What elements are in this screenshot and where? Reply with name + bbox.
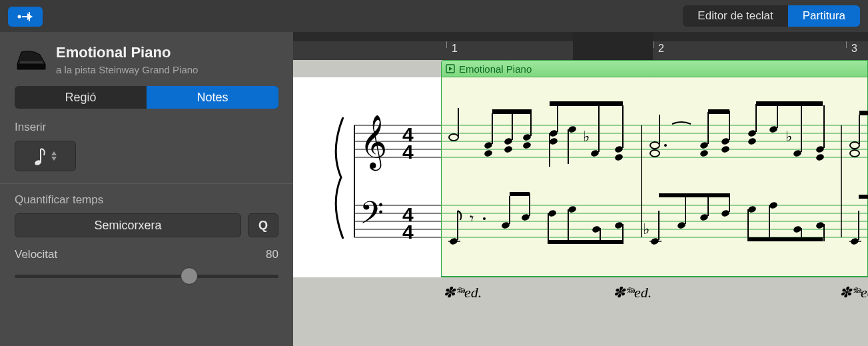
insert-note-value-select[interactable]	[15, 141, 76, 171]
velocity-label: Velocitat	[15, 248, 57, 261]
region-header[interactable]: Emotional Piano	[441, 60, 868, 77]
track-instrument-icon	[15, 47, 48, 73]
notation-svg: ♭	[442, 77, 868, 277]
quantize-select[interactable]: Semicorxera	[15, 213, 241, 237]
bar-number: 1	[452, 43, 458, 55]
svg-rect-1	[17, 64, 45, 69]
ruler-selection-shade	[573, 32, 653, 60]
svg-rect-74	[756, 101, 823, 106]
quantize-label: Quantificar temps	[15, 193, 278, 207]
track-title: Emotional Piano	[56, 44, 198, 61]
svg-rect-96	[510, 192, 530, 196]
divider	[0, 183, 293, 184]
svg-text:♭: ♭	[643, 221, 650, 237]
editor-top-bar: Editor de teclat Partitura	[0, 0, 868, 32]
pedal-mark: ✽𝆮ed.	[613, 284, 651, 301]
eighth-note-icon	[34, 146, 47, 166]
svg-rect-68	[708, 109, 729, 114]
keyboard-editor-tab[interactable]: Editor de teclat	[683, 5, 787, 27]
svg-point-60	[650, 150, 659, 157]
svg-rect-116	[659, 193, 729, 197]
svg-point-83	[850, 150, 859, 157]
svg-point-67	[721, 145, 730, 154]
svg-rect-86	[859, 111, 868, 115]
notes-tab[interactable]: Notes	[147, 86, 278, 109]
svg-point-40	[504, 145, 513, 154]
svg-point-81	[850, 142, 859, 149]
svg-rect-44	[492, 109, 531, 114]
svg-rect-4	[40, 149, 41, 162]
slider-thumb[interactable]	[181, 267, 198, 285]
region-loop-icon	[446, 64, 455, 73]
svg-point-33	[449, 134, 458, 141]
svg-text:𝄞: 𝄞	[360, 115, 387, 171]
svg-point-37	[484, 149, 493, 158]
svg-point-80	[815, 153, 825, 162]
quantize-value: Semicorxera	[94, 219, 161, 233]
velocity-value: 80	[266, 248, 278, 261]
svg-point-0	[18, 15, 21, 19]
svg-point-91	[483, 217, 486, 220]
bar-number: 3	[851, 43, 857, 55]
svg-rect-2	[20, 61, 43, 63]
region-notes-segmented: Regió Notes	[15, 86, 278, 109]
svg-text:4: 4	[402, 221, 414, 243]
svg-point-64	[699, 149, 709, 158]
svg-point-58	[650, 142, 659, 149]
svg-rect-50	[550, 101, 623, 106]
score-body[interactable]: 𝄞 𝄢 4 4 4 4	[293, 77, 868, 277]
score-prefix-area: 𝄞 𝄢 4 4 4 4	[293, 77, 441, 277]
track-subtitle: a la pista Steinway Grand Piano	[56, 64, 198, 75]
svg-rect-101	[548, 240, 623, 244]
region-name: Emotional Piano	[459, 63, 532, 75]
view-mode-toggle: Editor de teclat Partitura	[683, 5, 860, 27]
score-area: 1 2 3 Emotional Piano 𝄞	[293, 32, 868, 346]
svg-text:♭: ♭	[785, 128, 792, 145]
insert-label: Inserir	[15, 121, 278, 134]
svg-point-61	[664, 144, 667, 147]
svg-text:𝄢: 𝄢	[360, 195, 384, 237]
pedal-mark: ✽𝆮ed.	[839, 284, 868, 301]
bar-number: 2	[658, 43, 664, 55]
svg-point-71	[747, 137, 757, 146]
catch-playhead-button[interactable]	[8, 7, 43, 27]
svg-rect-131	[859, 195, 868, 199]
stepper-icon	[51, 151, 57, 161]
svg-rect-121	[748, 237, 823, 241]
slider-track	[15, 275, 278, 278]
pedal-mark: ✽𝆮ed.	[443, 284, 482, 301]
svg-text:♭: ♭	[583, 128, 590, 145]
score-editor-tab[interactable]: Partitura	[788, 5, 860, 27]
svg-point-43	[522, 141, 532, 150]
velocity-slider[interactable]	[15, 268, 278, 284]
time-sig-den: 4	[402, 141, 414, 163]
bar-ruler[interactable]: 1 2 3	[293, 32, 868, 60]
quantize-button[interactable]: Q	[248, 213, 278, 237]
score-region-body[interactable]: ♭	[441, 77, 868, 277]
region-tab[interactable]: Regió	[15, 86, 147, 109]
inspector-sidebar: Emotional Piano a la pista Steinway Gran…	[0, 32, 293, 346]
svg-point-57	[614, 153, 624, 162]
